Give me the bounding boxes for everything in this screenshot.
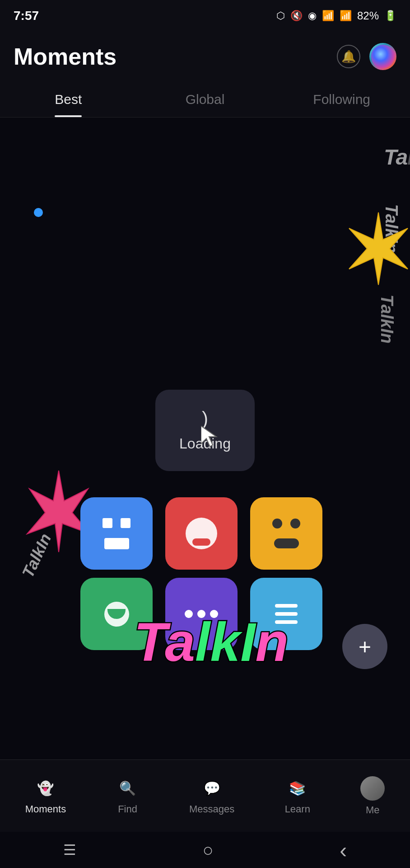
nav-label-me: Me bbox=[366, 804, 380, 816]
nav-label-find: Find bbox=[118, 803, 137, 815]
status-time: 7:57 bbox=[14, 9, 39, 23]
nav-item-moments[interactable]: 👻 Moments bbox=[25, 777, 66, 815]
emoji-yellow bbox=[250, 497, 322, 570]
status-bar: 7:57 ⬡ 🔇 ◉ 📶 📶 82% 🔋 bbox=[0, 0, 410, 32]
learn-icon: 📚 bbox=[286, 777, 309, 800]
status-icons: ⬡ 🔇 ◉ 📶 📶 82% 🔋 bbox=[276, 9, 396, 22]
notification-bell-button[interactable]: 🔔 bbox=[337, 45, 360, 68]
logo-letter-a: a bbox=[165, 612, 195, 672]
emoji-blue bbox=[80, 497, 153, 570]
tab-bar: Best Global Following bbox=[0, 81, 410, 118]
logo-letter-T: T bbox=[134, 612, 165, 672]
nav-item-me[interactable]: Me bbox=[360, 776, 385, 816]
logo-letter-n: n bbox=[256, 612, 289, 672]
bell-icon: 🔔 bbox=[341, 50, 356, 64]
nav-item-find[interactable]: 🔍 Find bbox=[116, 777, 139, 815]
avatar bbox=[371, 45, 395, 68]
loading-spinner-icon: ) bbox=[202, 409, 208, 428]
find-icon: 🔍 bbox=[116, 777, 139, 800]
nav-item-messages[interactable]: 💬 Messages bbox=[189, 777, 234, 815]
logo-letter-I: I bbox=[240, 612, 255, 672]
svg-marker-0 bbox=[349, 212, 408, 285]
starburst-yellow bbox=[338, 208, 410, 291]
bluetooth-icon: ⬡ bbox=[276, 10, 285, 22]
emoji-red bbox=[165, 497, 238, 570]
battery-icon: 🔋 bbox=[384, 10, 396, 22]
tab-global[interactable]: Global bbox=[137, 81, 274, 117]
svg-marker-2 bbox=[201, 426, 216, 447]
plus-icon: + bbox=[359, 634, 371, 659]
watermark-top-right: Tak bbox=[384, 145, 410, 170]
header-icons: 🔔 bbox=[337, 43, 396, 70]
watermark-right-2: TalkIn bbox=[377, 295, 396, 344]
signal-icon: 📶 bbox=[340, 10, 352, 22]
sys-back-button[interactable]: ‹ bbox=[340, 838, 347, 863]
page-title: Moments bbox=[14, 43, 116, 70]
profile-avatar-button[interactable] bbox=[369, 43, 396, 70]
face-eyes bbox=[102, 518, 130, 528]
moments-icon: 👻 bbox=[34, 777, 57, 800]
wifi-icon: 📶 bbox=[322, 10, 334, 22]
sys-home-button[interactable]: ○ bbox=[202, 840, 213, 860]
battery-indicator: 82% bbox=[357, 9, 379, 22]
fab-add-button[interactable]: + bbox=[342, 624, 387, 669]
blue-dot-decoration bbox=[34, 208, 43, 217]
bottom-nav: 👻 Moments 🔍 Find 💬 Messages 📚 Learn Me bbox=[0, 760, 410, 832]
mute-icon: 🔇 bbox=[290, 10, 303, 22]
sys-menu-button[interactable]: ☰ bbox=[63, 841, 76, 859]
logo-letter-k: k bbox=[210, 612, 240, 672]
header: Moments 🔔 bbox=[0, 32, 410, 81]
tab-following[interactable]: Following bbox=[273, 81, 410, 117]
nav-item-learn[interactable]: 📚 Learn bbox=[285, 777, 310, 815]
location-icon: ◉ bbox=[308, 10, 317, 22]
talkin-logo-text: TalkIn bbox=[134, 615, 289, 669]
nav-label-learn: Learn bbox=[285, 803, 310, 815]
system-nav-bar: ☰ ○ ‹ bbox=[0, 832, 410, 868]
nav-label-messages: Messages bbox=[189, 803, 234, 815]
messages-icon: 💬 bbox=[200, 777, 223, 800]
face-eyes-yellow bbox=[272, 519, 300, 528]
nav-label-moments: Moments bbox=[25, 803, 66, 815]
main-content: Tak TalkIn TalkIn TalkIn TalkIn ) Loadin… bbox=[0, 118, 410, 760]
tab-best[interactable]: Best bbox=[0, 81, 137, 117]
logo-letter-l: l bbox=[195, 612, 210, 672]
cursor bbox=[201, 426, 219, 450]
me-avatar bbox=[360, 776, 385, 801]
